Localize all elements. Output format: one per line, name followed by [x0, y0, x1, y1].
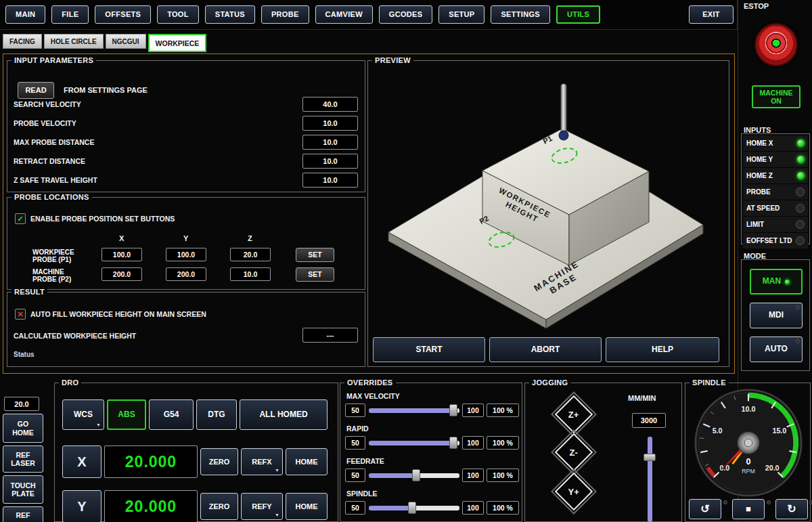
- max-velocity-min: 50: [345, 404, 365, 417]
- slider-handle[interactable]: [449, 437, 457, 449]
- y-dro-value: 20.000: [104, 490, 198, 522]
- panel-title: PROBE LOCATIONS: [12, 193, 92, 201]
- wcs-button[interactable]: WCS ▼: [62, 399, 104, 430]
- menu-main[interactable]: MAIN: [5, 5, 45, 24]
- read-button[interactable]: READ: [18, 82, 54, 99]
- tab-ngcgui[interactable]: NGCGUI: [106, 34, 146, 49]
- mode-auto-button[interactable]: AUTO: [750, 336, 803, 362]
- label-line: PROBE (P1): [32, 256, 74, 263]
- checkbox-check-icon[interactable]: ✓: [15, 213, 26, 224]
- ref-button[interactable]: REF: [3, 506, 43, 522]
- x-axis-button[interactable]: X: [62, 445, 102, 478]
- menu-camview[interactable]: CAMVIEW: [315, 5, 373, 24]
- feedrate-min: 50: [345, 469, 365, 482]
- label-line: MACHINE: [32, 268, 71, 276]
- y-ref-button[interactable]: REFY ▼: [241, 493, 283, 520]
- x-home-button[interactable]: HOME: [286, 448, 328, 475]
- probe-velocity-field[interactable]: 10.0: [302, 116, 358, 131]
- inputs-panel: HOME X HOME Y HOME Z PROBE AT SPEED LIMI…: [741, 133, 810, 244]
- tab-workpiece[interactable]: WORKPIECE: [148, 34, 207, 52]
- menu-utils[interactable]: UTILS: [556, 5, 600, 24]
- menu-probe[interactable]: PROBE: [261, 5, 309, 24]
- help-button[interactable]: HELP: [606, 337, 719, 362]
- z-safe-height-field[interactable]: 10.0: [302, 173, 358, 188]
- exit-button[interactable]: EXIT: [689, 5, 734, 24]
- p1-set-button[interactable]: SET: [296, 248, 334, 262]
- p2-set-button[interactable]: SET: [296, 267, 334, 282]
- mode-man-button[interactable]: MAN: [750, 269, 803, 295]
- touch-plate-height-field[interactable]: 20.0: [4, 397, 39, 411]
- p1-y-field[interactable]: 100.0: [166, 248, 206, 261]
- p2-y-field[interactable]: 200.0: [166, 267, 206, 281]
- retract-distance-field[interactable]: 10.0: [302, 154, 358, 169]
- menu-tool[interactable]: TOOL: [157, 5, 199, 24]
- menu-file[interactable]: FILE: [51, 5, 89, 24]
- menu-status[interactable]: STATUS: [205, 5, 255, 24]
- y-home-button[interactable]: HOME: [286, 493, 328, 520]
- feedrate-slider[interactable]: [369, 469, 459, 482]
- menu-settings[interactable]: SETTINGS: [491, 5, 549, 24]
- max-velocity-slider[interactable]: [369, 404, 459, 417]
- tab-facing[interactable]: FACING: [3, 34, 42, 49]
- panel-title: INPUT PARAMETERS: [12, 56, 96, 64]
- feedrate-pct: 100 %: [487, 469, 519, 482]
- enable-probe-checkbox[interactable]: ✓ ENABLE PROBE POSITION SET BUTTONS: [15, 213, 175, 224]
- gauge-tick-label: 0.0: [719, 464, 729, 472]
- autofill-checkbox[interactable]: ✕ AUTO FILL WORKPIECE HEIGHT ON MAIN SCR…: [15, 309, 206, 320]
- spindle-cw-button[interactable]: ↻: [775, 499, 808, 519]
- slider-handle[interactable]: [644, 454, 656, 461]
- refy-label: REFY: [252, 502, 271, 511]
- label-line: WORKPIECE: [32, 248, 74, 256]
- dtg-button[interactable]: DTG: [196, 399, 237, 430]
- g54-button[interactable]: G54: [149, 399, 194, 430]
- rapid-max: 100: [462, 436, 484, 450]
- slider-handle[interactable]: [412, 469, 420, 481]
- input-row-eoffset: EOFFSET LTD: [743, 233, 808, 248]
- slider-handle[interactable]: [408, 502, 416, 514]
- p1-x-field[interactable]: 100.0: [102, 248, 142, 261]
- max-velocity-max: 100: [462, 404, 484, 417]
- param-label: Z SAFE TRAVEL HEIGHT: [14, 176, 97, 184]
- x-zero-button[interactable]: ZERO: [200, 448, 238, 475]
- menu-gcodes[interactable]: GCODES: [379, 5, 432, 24]
- panel-title: OVERRIDES: [344, 378, 396, 387]
- jog-rate-field[interactable]: 3000: [632, 413, 666, 428]
- chevron-down-icon: ▼: [96, 422, 101, 428]
- machine-on-button[interactable]: MACHINE ON: [752, 85, 800, 108]
- probe-rod: [561, 84, 566, 133]
- jog-rate-slider[interactable]: [643, 437, 656, 522]
- go-home-button[interactable]: GO HOME: [3, 414, 43, 443]
- slider-handle[interactable]: [449, 404, 457, 416]
- mode-mdi-button[interactable]: MDI: [750, 303, 803, 328]
- abort-button[interactable]: ABORT: [489, 337, 602, 362]
- p2-x-field[interactable]: 200.0: [102, 267, 142, 281]
- x-ref-button[interactable]: REFX ▼: [241, 448, 283, 475]
- checkbox-x-icon[interactable]: ✕: [15, 309, 26, 320]
- spindle-ccw-button[interactable]: ↺: [689, 499, 721, 519]
- spindle-ovr-slider[interactable]: [369, 501, 459, 515]
- spindle-stop-button[interactable]: ■: [732, 499, 765, 519]
- param-label: PROBE VELOCITY: [14, 119, 76, 127]
- spindle-ovr-max: 100: [462, 501, 484, 515]
- start-button[interactable]: START: [373, 337, 485, 362]
- search-velocity-field[interactable]: 40.0: [302, 97, 358, 112]
- estop-button[interactable]: [754, 23, 798, 66]
- menu-offsets[interactable]: OFFSETS: [95, 5, 151, 24]
- tab-hole-circle[interactable]: HOLE CIRCLE: [44, 34, 104, 49]
- p1-z-field[interactable]: 20.0: [230, 248, 271, 261]
- input-label: HOME Y: [746, 156, 773, 163]
- p2-z-field[interactable]: 10.0: [230, 267, 271, 281]
- y-zero-button[interactable]: ZERO: [200, 493, 238, 520]
- refx-label: REFX: [252, 458, 271, 466]
- estop-label: ESTOP: [744, 2, 769, 10]
- abs-button[interactable]: ABS: [107, 399, 146, 430]
- touch-plate-button[interactable]: TOUCH PLATE: [3, 475, 43, 504]
- preview-canvas: WORKPIECE HEIGHT MACHINE BASE P1 P2: [369, 68, 727, 332]
- machine-probe-label: MACHINE PROBE (P2): [32, 268, 71, 283]
- all-homed-button[interactable]: ALL HOMED: [240, 399, 328, 430]
- y-axis-button[interactable]: Y: [62, 490, 102, 522]
- rapid-slider[interactable]: [369, 436, 459, 450]
- max-probe-distance-field[interactable]: 10.0: [302, 135, 358, 150]
- menu-setup[interactable]: SETUP: [438, 5, 484, 24]
- ref-laser-button[interactable]: REF LASER: [3, 445, 43, 473]
